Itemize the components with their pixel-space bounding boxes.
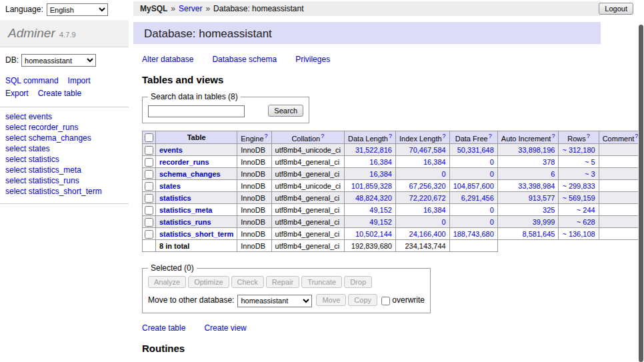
index-length-value-link[interactable]: 0 [442, 170, 446, 178]
data-free-value-link[interactable]: 104,857,600 [453, 182, 494, 190]
sidebar-select-link[interactable]: select statistics_meta [5, 165, 123, 176]
rows-value-link[interactable]: ~ 569,159 [562, 194, 595, 202]
table-name-link[interactable]: events [159, 146, 183, 154]
index-length-value-link[interactable]: 16,384 [423, 158, 446, 166]
help-icon[interactable]: ? [587, 133, 590, 139]
index-length-value-link[interactable]: 16,384 [423, 206, 446, 214]
data-length-value-link[interactable]: 31,522,816 [355, 146, 392, 154]
sidebar-select-link[interactable]: select events [5, 112, 123, 123]
sidebar-select-link[interactable]: select schema_changes [5, 133, 123, 144]
data-free-value-link[interactable]: 6,291,456 [461, 194, 494, 202]
row-checkbox[interactable] [145, 158, 153, 167]
rows-value-link[interactable]: ~ 299,833 [562, 182, 595, 190]
adminer-logo-link[interactable]: Adminer [8, 26, 55, 40]
check-button[interactable]: Check [231, 276, 264, 288]
data-free-value-link[interactable]: 188,743,680 [453, 230, 494, 238]
data-free-value-link[interactable]: 0 [490, 218, 494, 226]
index-length-value-link[interactable]: 72,220,672 [409, 194, 446, 202]
data-length-value-link[interactable]: 101,859,328 [351, 182, 392, 190]
import-link[interactable]: Import [68, 76, 91, 85]
sql-command-link[interactable]: SQL command [5, 76, 59, 85]
index-length-value-link[interactable]: 24,166,400 [409, 230, 446, 238]
optimize-button[interactable]: Optimize [188, 276, 229, 288]
rows-value-link[interactable]: ~ 3 [585, 170, 595, 178]
move-db-select[interactable]: homeassistant [237, 295, 312, 307]
search-input[interactable] [148, 105, 245, 117]
index-length-value-link[interactable]: 67,256,320 [409, 182, 446, 190]
help-icon[interactable]: ? [551, 133, 555, 139]
row-checkbox[interactable] [145, 170, 153, 179]
row-checkbox[interactable] [145, 230, 153, 239]
auto-increment-value-link[interactable]: 6 [551, 170, 555, 178]
analyze-button[interactable]: Analyze [148, 276, 186, 288]
table-name-link[interactable]: statistics_short_term [159, 230, 233, 238]
select-all-checkbox[interactable] [145, 133, 153, 142]
sidebar-select-link[interactable]: select statistics_runs [5, 176, 123, 187]
search-button[interactable]: Search [268, 105, 303, 117]
table-name-link[interactable]: statistics [159, 194, 191, 202]
auto-increment-value-link[interactable]: 8,581,645 [522, 230, 555, 238]
index-length-value-link[interactable]: 70,467,584 [409, 146, 446, 154]
table-name-link[interactable]: statistics_runs [159, 218, 211, 226]
scrollbar[interactable] [638, 0, 644, 362]
language-select[interactable]: English [47, 3, 108, 16]
sidebar-select-link[interactable]: select statistics [5, 155, 123, 165]
repair-button[interactable]: Repair [266, 276, 299, 288]
logout-button[interactable]: Logout [599, 3, 633, 15]
auto-increment-value-link[interactable]: 325 [543, 206, 555, 214]
help-icon[interactable]: ? [489, 133, 492, 139]
create-table-link[interactable]: Create table [38, 89, 81, 98]
data-length-value-link[interactable]: 10,502,144 [355, 230, 392, 238]
auto-increment-value-link[interactable]: 33,398,984 [518, 182, 555, 190]
data-free-value-link[interactable]: 0 [490, 206, 494, 214]
table-name-link[interactable]: schema_changes [159, 170, 221, 178]
auto-increment-value-link[interactable]: 39,999 [533, 218, 555, 226]
breadcrumb-mysql-link[interactable]: MySQL [140, 4, 167, 13]
data-length-value-link[interactable]: 49,152 [369, 206, 392, 214]
row-checkbox[interactable] [145, 146, 153, 155]
sidebar-select-link[interactable]: select recorder_runs [5, 123, 123, 133]
table-name-link[interactable]: recorder_runs [159, 158, 209, 166]
rows-value-link[interactable]: ~ 244 [577, 206, 595, 214]
sidebar-select-link[interactable]: select states [5, 144, 123, 155]
truncate-button[interactable]: Truncate [301, 276, 342, 288]
help-icon[interactable]: ? [321, 133, 324, 139]
breadcrumb-server-link[interactable]: Server [179, 4, 202, 13]
data-length-value-link[interactable]: 16,384 [369, 158, 392, 166]
db-action-link[interactable]: Alter database [142, 55, 193, 64]
table-name-link[interactable]: statistics_meta [159, 206, 213, 214]
data-free-value-link[interactable]: 0 [490, 158, 494, 166]
data-length-value-link[interactable]: 48,824,320 [355, 194, 392, 202]
db-action-link[interactable]: Privileges [295, 55, 330, 64]
sidebar-select-link[interactable]: select statistics_short_term [5, 187, 123, 197]
copy-button[interactable]: Copy [348, 294, 377, 306]
auto-increment-value-link[interactable]: 913,577 [529, 194, 555, 202]
drop-button[interactable]: Drop [344, 276, 372, 288]
row-checkbox[interactable] [145, 182, 153, 191]
db-action-link[interactable]: Database schema [212, 55, 277, 64]
db-select[interactable]: homeassistant [21, 54, 96, 67]
row-checkbox[interactable] [145, 218, 153, 227]
overwrite-checkbox[interactable] [381, 297, 390, 305]
data-free-value-link[interactable]: 50,331,648 [457, 146, 494, 154]
data-length-value-link[interactable]: 49,152 [369, 218, 392, 226]
rows-value-link[interactable]: ~ 628 [577, 218, 595, 226]
table-name-link[interactable]: states [159, 182, 181, 190]
create-link[interactable]: Create view [204, 323, 246, 333]
help-icon[interactable]: ? [443, 133, 446, 139]
auto-increment-value-link[interactable]: 33,898,196 [518, 146, 555, 154]
index-length-value-link[interactable]: 0 [442, 218, 446, 226]
data-length-value-link[interactable]: 16,384 [369, 170, 392, 178]
row-checkbox[interactable] [145, 206, 153, 215]
scrollbar-thumb[interactable] [639, 25, 643, 362]
export-link[interactable]: Export [5, 89, 29, 98]
create-link[interactable]: Create table [142, 323, 185, 333]
move-button[interactable]: Move [316, 294, 346, 306]
data-free-value-link[interactable]: 0 [490, 170, 494, 178]
rows-value-link[interactable]: ~ 5 [585, 158, 595, 166]
help-icon[interactable]: ? [389, 133, 392, 139]
row-checkbox[interactable] [145, 194, 153, 203]
auto-increment-value-link[interactable]: 378 [543, 158, 555, 166]
rows-value-link[interactable]: ~ 312,180 [562, 146, 595, 154]
rows-value-link[interactable]: ~ 136,108 [562, 230, 595, 238]
